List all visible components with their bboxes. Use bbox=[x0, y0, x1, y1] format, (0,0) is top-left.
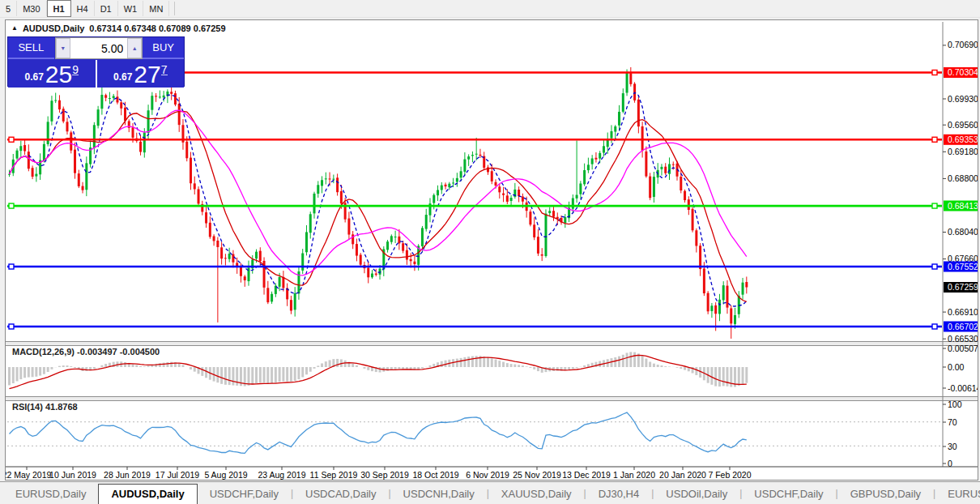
sell-price-pips: 25 bbox=[45, 63, 72, 86]
toolbar-separator bbox=[169, 2, 175, 15]
date-tick-label: 17 Jul 2019 bbox=[156, 470, 199, 480]
tab-dj30-h4[interactable]: DJ30,H4 bbox=[586, 485, 652, 504]
hline-handle[interactable] bbox=[932, 203, 937, 208]
macd-indicator-label: MACD(12,26,9) -0.003497 -0.004500 bbox=[12, 347, 160, 357]
date-tick-label: 1 Jan 2020 bbox=[613, 470, 655, 480]
chart-window: 0.706900.703040.699300.695600.693530.691… bbox=[5, 19, 978, 481]
candlesticks bbox=[8, 67, 748, 339]
application-window: 5M30H1H4D1W1MN 0.706900.703040.699300.69… bbox=[0, 0, 980, 504]
macd-histogram bbox=[10, 352, 747, 387]
price-tick-label: 0.68800 bbox=[948, 173, 978, 183]
price-chart[interactable]: 0.706900.703040.699300.695600.693530.691… bbox=[6, 20, 978, 480]
volume-input[interactable] bbox=[70, 38, 128, 58]
date-tick-label: 11 Sep 2019 bbox=[310, 470, 358, 480]
date-tick-label: 10 Jun 2019 bbox=[49, 470, 96, 480]
timeframe-button-mn[interactable]: MN bbox=[143, 1, 169, 16]
hline-handle[interactable] bbox=[932, 264, 937, 269]
rsi-indicator-label: RSI(14) 41.8768 bbox=[12, 402, 78, 412]
indicator-scale-label: 0.00 bbox=[948, 362, 965, 372]
rsi-line bbox=[10, 412, 747, 453]
price-badge-label: 0.70304 bbox=[948, 67, 978, 77]
date-tick-label: 22 May 2019 bbox=[6, 470, 52, 480]
tab-eurusd-h1[interactable]: EURUSD,H1 bbox=[935, 485, 980, 504]
hline-handle[interactable] bbox=[9, 203, 14, 208]
hline-handle[interactable] bbox=[9, 264, 14, 269]
indicator-scale-label: -0.006148 bbox=[948, 383, 978, 393]
timeframe-button-5[interactable]: 5 bbox=[0, 1, 17, 16]
date-tick-label: 20 Jan 2020 bbox=[659, 470, 706, 480]
timeframe-toolbar: 5M30H1H4D1W1MN bbox=[0, 0, 980, 18]
volume-decrease-icon[interactable]: ▼ bbox=[56, 38, 70, 58]
indicator-scale-label: 70 bbox=[948, 417, 957, 427]
price-badge-label: 0.68413 bbox=[948, 201, 978, 211]
price-tick-label: 0.69180 bbox=[948, 147, 978, 156]
tab-usdcad-daily[interactable]: USDCAD,Daily bbox=[293, 485, 388, 504]
price-tick-label: 0.66530 bbox=[948, 334, 978, 344]
tab-usdoil-daily[interactable]: USDOil,Daily bbox=[654, 485, 739, 504]
ohlc-values: 0.67314 0.67348 0.67089 0.67259 bbox=[89, 23, 225, 33]
price-badge-label: 0.67259 bbox=[948, 282, 978, 292]
volume-spinner: ▼ ▲ bbox=[55, 37, 143, 59]
panel-splitter[interactable] bbox=[6, 397, 978, 401]
price-badge-label: 0.66702 bbox=[948, 322, 978, 331]
symbol-tabs: EURUSD,DailyAUDUSD,DailyUSDCHF,Daily|USD… bbox=[3, 485, 980, 504]
sell-price[interactable]: 0.67 25 9 bbox=[8, 60, 96, 88]
hline-handle[interactable] bbox=[9, 324, 14, 329]
price-tick-label: 0.68040 bbox=[948, 227, 978, 237]
volume-increase-icon[interactable]: ▲ bbox=[127, 38, 142, 58]
timeframe-button-h1[interactable]: H1 bbox=[47, 0, 71, 17]
collapse-triangle-icon[interactable]: ▲ bbox=[11, 24, 18, 32]
buy-button[interactable]: BUY bbox=[143, 37, 184, 59]
panel-splitter[interactable] bbox=[6, 342, 978, 346]
tab-xauusd-daily[interactable]: XAUUSD,Daily bbox=[489, 485, 584, 504]
indicator-scale-label: 100 bbox=[948, 399, 962, 409]
date-tick-label: 23 Aug 2019 bbox=[258, 470, 306, 480]
price-tick-label: 0.66910 bbox=[948, 307, 978, 317]
timeframe-button-d1[interactable]: D1 bbox=[95, 1, 118, 16]
date-tick-label: 25 Nov 2019 bbox=[513, 470, 561, 480]
trade-panel: SELL ▼ ▲ BUY 0.67 25 9 0.67 27 7 bbox=[7, 36, 185, 87]
ohlc-header: ▲ AUDUSD,Daily 0.67314 0.67348 0.67089 0… bbox=[11, 23, 226, 33]
date-tick-label: 7 Feb 2020 bbox=[708, 470, 751, 480]
price-tick-label: 0.69930 bbox=[948, 94, 978, 104]
tab-usdcnh-daily[interactable]: USDCNH,Daily bbox=[391, 485, 487, 504]
tab-usdchf-daily[interactable]: USDCHF,Daily bbox=[198, 485, 291, 504]
sell-price-fraction: 9 bbox=[72, 65, 79, 75]
tab-usdchf-daily[interactable]: USDCHF,Daily bbox=[742, 485, 835, 504]
sell-button[interactable]: SELL bbox=[8, 37, 54, 59]
hline-handle[interactable] bbox=[9, 137, 14, 142]
date-tick-label: 28 Jun 2019 bbox=[104, 470, 151, 480]
date-tick-label: 13 Dec 2019 bbox=[562, 470, 611, 480]
trade-panel-prices: 0.67 25 9 0.67 27 7 bbox=[8, 60, 184, 88]
buy-price-prefix: 0.67 bbox=[113, 71, 132, 83]
buy-price-fraction: 7 bbox=[161, 65, 168, 75]
timeframe-button-m30[interactable]: M30 bbox=[17, 1, 46, 16]
timeframe-button-w1[interactable]: W1 bbox=[118, 1, 144, 16]
symbol-title: AUDUSD,Daily bbox=[23, 23, 84, 33]
date-tick-label: 18 Oct 2019 bbox=[412, 470, 458, 480]
date-tick-label: 5 Aug 2019 bbox=[204, 470, 247, 480]
indicator-scale-label: 0.005076 bbox=[948, 344, 978, 353]
trade-panel-controls: SELL ▼ ▲ BUY bbox=[8, 37, 184, 59]
date-tick-label: 30 Sep 2019 bbox=[360, 470, 409, 480]
sell-price-prefix: 0.67 bbox=[24, 71, 43, 83]
price-tick-label: 0.69560 bbox=[948, 120, 978, 130]
ma-line-slow bbox=[10, 110, 747, 275]
tab-eurusd-daily[interactable]: EURUSD,Daily bbox=[3, 485, 98, 504]
indicator-scale-label: 30 bbox=[948, 442, 957, 451]
price-badge-label: 0.67552 bbox=[948, 262, 978, 271]
hline-handle[interactable] bbox=[932, 137, 937, 142]
tab-audusd-daily[interactable]: AUDUSD,Daily bbox=[98, 484, 197, 504]
symbol-tab-bar: EURUSD,DailyAUDUSD,DailyUSDCHF,Daily|USD… bbox=[0, 481, 980, 504]
hline-handle[interactable] bbox=[932, 324, 937, 329]
tab-gbpusd-daily[interactable]: GBPUSD,Daily bbox=[838, 485, 933, 504]
timeframe-button-h4[interactable]: H4 bbox=[71, 1, 95, 16]
ma-line-fast bbox=[10, 92, 747, 306]
hline-handle[interactable] bbox=[932, 70, 937, 75]
buy-price-pips: 27 bbox=[134, 63, 160, 86]
buy-price[interactable]: 0.67 27 7 bbox=[97, 60, 185, 88]
macd-signal-line bbox=[10, 355, 747, 388]
date-tick-label: 6 Nov 2019 bbox=[466, 470, 509, 480]
price-badge-label: 0.69353 bbox=[948, 135, 978, 144]
price-tick-label: 0.70690 bbox=[948, 40, 978, 49]
